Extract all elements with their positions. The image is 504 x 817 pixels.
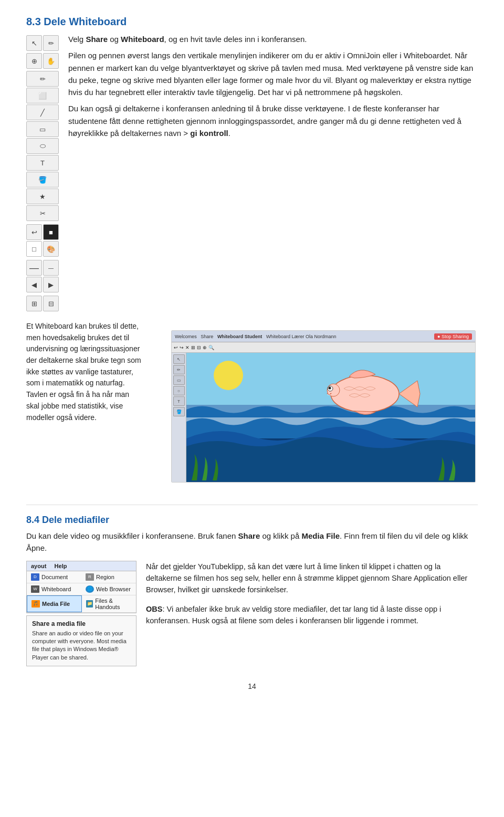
share-box: Share a media file Share an audio or vid…: [26, 615, 136, 667]
menu-item-fileshandouts-label: Files & Handouts: [95, 598, 132, 610]
wb-tabs: Welcomes Share Whiteboard Student Whiteb…: [175, 334, 336, 339]
page-number: 14: [26, 682, 478, 690]
toolbar-icon-next[interactable]: ▶: [43, 277, 59, 292]
toolbar-icon-color[interactable]: ■: [43, 224, 59, 240]
wb-panel-circle[interactable]: ○: [173, 386, 185, 395]
toolbar-icon-layout1[interactable]: ⊞: [26, 296, 42, 311]
toolbar-icon-pencil[interactable]: ✏: [26, 71, 59, 87]
menu-row-1: D Document R Region: [27, 571, 136, 583]
document-icon: D: [31, 573, 39, 581]
wb-stop-btn[interactable]: ● Stop Sharing: [434, 333, 472, 340]
wb-panel-text[interactable]: T: [173, 396, 185, 406]
whiteboard-icon: W: [31, 585, 39, 593]
toolbar-icon-text[interactable]: T: [26, 155, 59, 171]
toolbar-icon-thick2[interactable]: —: [43, 260, 59, 276]
share-box-text: Share an audio or video file on your com…: [32, 630, 131, 662]
wb-toolbar-btn2: ↪: [180, 345, 184, 350]
section-83-left-text: Et Whiteboard kan brukes til dette, men …: [26, 321, 142, 492]
whiteboard-screenshot: Welcomes Share Whiteboard Student Whiteb…: [171, 330, 476, 483]
toolbar-icon-line[interactable]: ╱: [26, 104, 59, 120]
wb-panel-arrow[interactable]: ↖: [173, 354, 185, 364]
section-83-title: 8.3 Dele Whiteboard: [26, 16, 478, 28]
wb-panel-rect[interactable]: ▭: [173, 375, 185, 385]
wb-toolbar-row: ↩ ↪ ✕ ⊞ ⊟ ⊕ 🔍: [172, 342, 475, 353]
menu-item-webbrowser[interactable]: 🌐 Web Browser: [81, 583, 136, 595]
menu-item-mediafile[interactable]: 🎵 Media File: [27, 595, 82, 612]
toolbar-icon-white[interactable]: □: [26, 241, 42, 257]
wb-panel-fill[interactable]: 🪣: [173, 407, 185, 416]
menu-item-whiteboard-label: Whiteboard: [41, 586, 71, 592]
wb-panel-pen[interactable]: ✏: [173, 365, 185, 374]
section-84-title: 8.4 Dele mediafiler: [26, 515, 478, 526]
region-icon: R: [86, 573, 94, 581]
menu-item-document-label: Document: [41, 574, 68, 580]
toolbar-icon-arrow[interactable]: ↖: [26, 35, 42, 51]
section-83-intro: Velg Share og Whiteboard, og en hvit tav…: [68, 33, 478, 45]
toolbar-icon-prev[interactable]: ◀: [26, 277, 42, 292]
mediafile-icon: 🎵: [32, 600, 40, 607]
wb-body: ↖ ✏ ▭ ○ T 🪣: [172, 353, 475, 482]
toolbar-icon-undo[interactable]: ↩: [26, 224, 42, 240]
svg-point-4: [331, 375, 399, 412]
wb-canvas: [186, 353, 475, 482]
toolbar-icon-eraser[interactable]: ⬜: [26, 88, 59, 103]
wb-toolbar-btn6: ⊕: [203, 345, 207, 350]
menu-item-region-label: Region: [96, 574, 114, 580]
section-84: 8.4 Dele mediafiler Du kan dele video og…: [26, 515, 478, 666]
toolbar-icon-ellipse[interactable]: ⬭: [26, 138, 59, 154]
toolbar-icon-stamp[interactable]: ★: [26, 188, 59, 204]
media-right-text: Når det gjelder YouTubeklipp, så kan det…: [146, 561, 478, 667]
media-right-para1: Når det gjelder YouTubeklipp, så kan det…: [146, 561, 478, 596]
menu-item-webbrowser-label: Web Browser: [96, 586, 131, 592]
wb-toolbar-btn7: 🔍: [208, 345, 214, 350]
menu-item-fileshandouts[interactable]: 📁 Files & Handouts: [82, 595, 136, 612]
whiteboard-toolbar: ↖ ✏ ⊕ ✋ ✏ ⬜ ╱ ▭ ⬭ T 🪣 ★ ✂ ↩ ■ □ 🎨 — — ◀ …: [26, 33, 59, 311]
toolbar-icon-palette[interactable]: 🎨: [43, 241, 59, 257]
svg-point-1: [214, 361, 243, 390]
menu-row-3: 🎵 Media File 📁 Files & Handouts: [27, 595, 136, 613]
wb-toolbar-btn1: ↩: [174, 345, 178, 350]
menu-item-document[interactable]: D Document: [27, 571, 81, 583]
media-menu-box: ayout Help D Document R Region W Whitebo…: [26, 561, 136, 613]
toolbar-icon-cut[interactable]: ✂: [26, 205, 59, 221]
menu-item-whiteboard[interactable]: W Whiteboard: [27, 583, 81, 595]
section-83-header: 8.3 Dele Whiteboard: [26, 16, 478, 28]
webbrowser-icon: 🌐: [86, 585, 94, 593]
section-83-content: ↖ ✏ ⊕ ✋ ✏ ⬜ ╱ ▭ ⬭ T 🪣 ★ ✂ ↩ ■ □ 🎨 — — ◀ …: [26, 33, 478, 311]
menu-row-2: W Whiteboard 🌐 Web Browser: [27, 583, 136, 595]
section-divider: [26, 505, 478, 505]
wb-toolbar-btn3: ✕: [185, 345, 190, 350]
toolbar-icon-rect[interactable]: ▭: [26, 121, 59, 137]
media-menu-col: ayout Help D Document R Region W Whitebo…: [26, 561, 136, 667]
fileshandouts-icon: 📁: [86, 600, 93, 607]
toolbar-icon-fill[interactable]: 🪣: [26, 172, 59, 187]
section-83-para1: Pilen og pennen øverst langs den vertika…: [68, 49, 478, 98]
wb-drawing-svg: [186, 353, 475, 482]
wb-toolbar-btn4: ⊞: [191, 345, 195, 350]
menu-item-mediafile-label: Media File: [42, 601, 70, 607]
toolbar-icon-pen[interactable]: ✏: [43, 35, 59, 51]
toolbar-icon-move[interactable]: ⊕: [26, 53, 42, 69]
media-right-obs: OBS: Vi anbefaler ikke bruk av veldig st…: [146, 603, 478, 627]
media-screenshot-area: ayout Help D Document R Region W Whitebo…: [26, 561, 478, 667]
wb-toolbar-btn5: ⊟: [197, 345, 201, 350]
section-83-para2: Du kan også gi deltakerne i konferansen …: [68, 102, 478, 139]
section-83-text: Velg Share og Whiteboard, og en hvit tav…: [68, 33, 478, 311]
toolbar-icon-thick1[interactable]: —: [26, 260, 42, 276]
section-83-screenshot-col: Welcomes Share Whiteboard Student Whiteb…: [152, 321, 478, 492]
share-box-title: Share a media file: [32, 620, 131, 627]
toolbar-icon-hand[interactable]: ✋: [43, 53, 59, 69]
section-84-intro: Du kan dele video og musikkfiler i konfe…: [26, 530, 478, 554]
toolbar-icon-layout2[interactable]: ⊟: [43, 296, 59, 311]
menu-item-region[interactable]: R Region: [81, 571, 136, 583]
svg-point-7: [329, 387, 331, 390]
menu-header: ayout Help: [27, 561, 136, 571]
section-83-lower: Et Whiteboard kan brukes til dette, men …: [26, 321, 478, 492]
wb-titlebar: Welcomes Share Whiteboard Student Whiteb…: [172, 331, 475, 342]
wb-left-panel: ↖ ✏ ▭ ○ T 🪣: [172, 353, 186, 482]
